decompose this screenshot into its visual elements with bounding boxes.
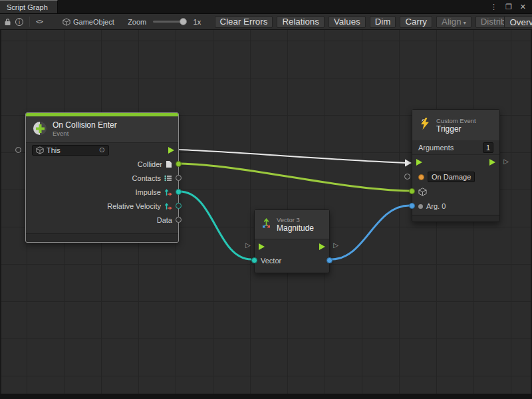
flow-row — [255, 239, 329, 253]
gameobject-label: GameObject — [73, 18, 114, 26]
target-input-port[interactable] — [409, 188, 415, 194]
node-vector3-magnitude[interactable]: Vector 3 Magnitude Vector ▷ ▷ — [254, 209, 330, 273]
file-icon — [166, 160, 172, 168]
port-label: Relative Velocity — [107, 202, 161, 210]
event-name-input-port[interactable] — [404, 174, 410, 180]
target-field[interactable]: This ⊙ — [32, 145, 109, 156]
collider-output-port[interactable] — [176, 161, 182, 167]
zoom-slider-knob[interactable] — [180, 18, 187, 25]
carry-button[interactable]: Carry — [400, 16, 432, 28]
flow-out-port[interactable] — [319, 243, 325, 250]
window-controls: ⋮ ❐ ✕ — [490, 0, 532, 13]
target-value: This — [47, 146, 61, 154]
node-on-collision-enter[interactable]: On Collision Enter Event This ⊙ Collider… — [25, 112, 179, 243]
tab-bar: Script Graph ⋮ ❐ ✕ — [0, 0, 532, 14]
magnitude-output-port[interactable] — [327, 257, 332, 263]
node-title: Trigger — [436, 125, 476, 134]
tab-label: Script Graph — [7, 3, 48, 11]
port-row-impulse: Impulse — [26, 185, 178, 199]
node-title: On Collision Enter — [53, 121, 117, 130]
node-custom-event-trigger[interactable]: Custom Event Trigger Arguments 1 On Dama… — [412, 109, 500, 222]
port-label: Data — [157, 216, 172, 224]
target-row — [412, 184, 499, 199]
toolbar-separator — [29, 17, 30, 27]
flow-in-port[interactable] — [416, 159, 422, 166]
chevron-down-icon — [464, 17, 466, 27]
relations-button[interactable]: Relations — [277, 16, 325, 28]
node-subtitle: Event — [53, 130, 117, 138]
tab-script-graph[interactable]: Script Graph — [0, 0, 58, 13]
close-icon[interactable]: ✕ — [520, 3, 526, 11]
node-title: Magnitude — [277, 224, 314, 233]
zoom-value: 1x — [194, 18, 201, 26]
event-name-field[interactable]: On Damage — [428, 172, 475, 182]
info-icon[interactable] — [15, 17, 23, 27]
flow-out-port[interactable] — [489, 159, 495, 166]
port-label: Vector — [261, 257, 281, 265]
relative-velocity-output-port[interactable] — [176, 203, 182, 209]
event-name-row: On Damage — [412, 170, 499, 184]
dim-button[interactable]: Dim — [370, 16, 396, 28]
arg0-input-port[interactable] — [409, 203, 415, 209]
connection-impulse-vector[interactable] — [180, 192, 251, 259]
connection-flow[interactable] — [179, 150, 406, 163]
string-port-icon — [418, 174, 424, 180]
arg-port-icon — [418, 204, 423, 209]
flow-out-indicator-icon[interactable]: ▷ — [503, 158, 509, 165]
lock-icon[interactable] — [4, 17, 11, 27]
window-bottom-edge — [0, 394, 532, 399]
port-row-collider: Collider — [26, 157, 178, 171]
flow-row — [412, 155, 499, 170]
flow-out-port[interactable] — [168, 147, 174, 154]
arg-label: Arg. 0 — [426, 202, 446, 210]
flow-in-port[interactable] — [259, 243, 265, 250]
arguments-label: Arguments — [418, 144, 454, 152]
clear-errors-button[interactable]: Clear Errors — [215, 16, 273, 28]
self-input-port[interactable] — [15, 147, 21, 153]
graph-toolbar: <> GameObject Zoom 1x Clear Errors Relat… — [0, 14, 532, 30]
node-footer — [412, 215, 499, 221]
node-category: Custom Event — [436, 117, 476, 125]
data-output-port[interactable] — [176, 217, 182, 223]
maximize-icon[interactable]: ❐ — [505, 3, 512, 11]
contacts-output-port[interactable] — [176, 175, 182, 181]
port-row-relative-velocity: Relative Velocity — [26, 199, 178, 213]
flow-out-indicator-icon[interactable]: ▷ — [333, 242, 338, 249]
list-icon — [164, 175, 172, 182]
port-row-contacts: Contacts — [26, 171, 178, 185]
arguments-field[interactable]: 1 — [483, 142, 493, 153]
flow-in-indicator-icon[interactable]: ▷ — [245, 242, 251, 249]
connection-magnitude-arg[interactable] — [331, 205, 410, 259]
event-icon — [32, 120, 48, 139]
vector3-icon — [164, 188, 172, 196]
port-row-data: Data — [26, 213, 178, 227]
port-label: Impulse — [135, 188, 161, 196]
zoom-label: Zoom — [128, 18, 146, 26]
connection-flow-arrowhead — [405, 160, 412, 167]
graph-canvas[interactable]: On Collision Enter Event This ⊙ Collider… — [0, 30, 532, 394]
cube-icon — [63, 18, 70, 26]
arg0-row: Arg. 0 — [412, 199, 499, 213]
overview-button[interactable]: Overv — [504, 16, 532, 28]
window-menu-icon[interactable]: ⋮ — [490, 3, 497, 11]
align-dropdown[interactable]: Align — [436, 16, 471, 28]
vector3-icon — [261, 217, 272, 231]
arguments-row: Arguments 1 — [412, 140, 499, 155]
values-button[interactable]: Values — [329, 16, 366, 28]
lightning-icon — [418, 117, 432, 133]
vector-input-row: Vector — [255, 253, 329, 267]
target-row: This ⊙ — [26, 143, 178, 157]
zoom-slider[interactable] — [153, 21, 186, 23]
gameobject-selector[interactable]: GameObject — [63, 18, 114, 26]
cube-icon — [418, 188, 427, 196]
impulse-output-port[interactable] — [176, 189, 182, 195]
code-icon[interactable]: <> — [36, 17, 43, 27]
connection-collider[interactable] — [180, 164, 410, 191]
port-label: Collider — [138, 160, 162, 168]
cube-icon — [36, 146, 44, 154]
object-picker-icon[interactable]: ⊙ — [99, 146, 105, 154]
node-footer — [26, 233, 178, 242]
vector-input-port[interactable] — [251, 257, 257, 263]
port-label: Contacts — [132, 174, 161, 182]
vector3-icon — [164, 202, 172, 210]
